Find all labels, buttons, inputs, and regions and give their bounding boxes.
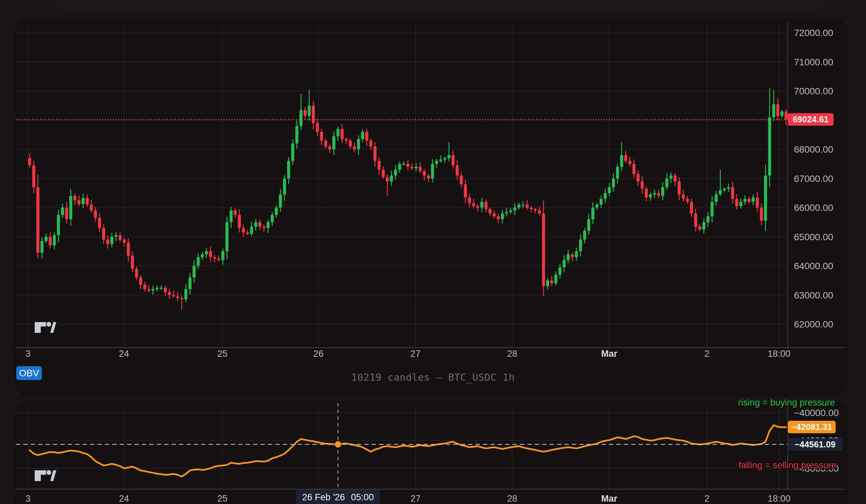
- tradingview-logo-icon: [35, 470, 56, 481]
- main-time-scale[interactable]: [16, 348, 788, 363]
- crosshair-time-tooltip: 26 Feb '26 05:00: [296, 490, 380, 504]
- tradingview-logo-icon: [35, 322, 56, 333]
- obv-time-scale[interactable]: [16, 490, 788, 504]
- obv-falling-note: falling = selling pressure: [739, 460, 836, 471]
- chart-graphics: 72000.0071000.0070000.0069000.0068000.00…: [0, 0, 866, 504]
- tooltip-date: 26 Feb '26: [302, 492, 345, 503]
- obv-rising-note: rising = buying pressure: [738, 397, 835, 408]
- last-price-badge: 69024.61: [788, 113, 834, 126]
- tooltip-time: 05:00: [351, 492, 374, 503]
- obv-last-value-badge: −42081.31: [788, 421, 836, 433]
- main-price-scale[interactable]: [788, 19, 846, 348]
- chart-caption: 10219 candles — BTC_USDC 1h: [0, 372, 866, 383]
- crosshair-point-marker: [335, 441, 341, 448]
- obv-crosshair-value-badge: −44561.09: [788, 438, 842, 451]
